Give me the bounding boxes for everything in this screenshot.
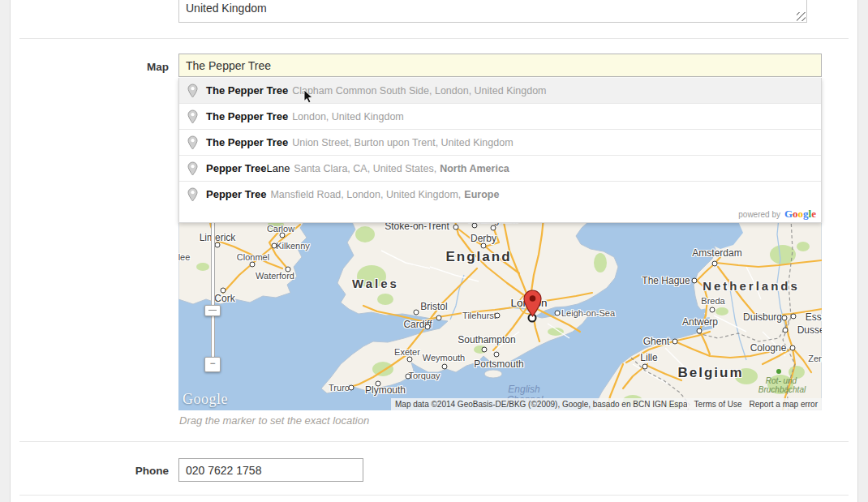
map-label: Bristol [420,301,447,312]
map-poi-dot [776,369,781,374]
map-label: Dussel [797,324,822,336]
autocomplete-item[interactable]: Pepper Tree Mansfield Road, London, Unit… [179,181,821,207]
map-attribution-text: Map data ©2014 GeoBasis-DE/BKG (©2009), … [395,400,687,409]
map-pin-icon [187,135,198,150]
suggestion-main: Pepper Tree [206,162,266,174]
map-label: Breda [701,296,724,306]
page: United Kingdom Map [0,0,868,502]
map-label: lee [178,252,190,262]
map-city-dot [407,357,413,363]
map-city-dot [672,339,678,345]
autocomplete-item[interactable]: Pepper Tree Lane Santa Clara, CA, United… [179,155,821,181]
map-helper-caption: Drag the marker to set the exact locatio… [179,414,369,427]
autocomplete-item[interactable]: The Pepper Tree Union Street, Burton upo… [179,129,821,155]
map-city-dot [710,307,715,313]
map-label: Belgium [677,365,743,381]
suggestion-region: Europe [464,189,499,200]
map-city-dot [491,225,496,231]
map-label: Clonmel [237,252,269,262]
autocomplete-item[interactable]: The Pepper Tree London, United Kingdom [179,103,821,129]
map-city-dot [494,352,500,358]
map-label: Antwerp [682,316,718,328]
map-label: Duisburg [743,311,782,323]
map-label: Waterford [256,271,294,281]
zoom-out-button[interactable]: − [204,357,221,372]
map-label: Esse [806,311,822,323]
map-city-dot [791,314,797,320]
map-label: Netherlands [703,279,800,293]
map-label: Exeter [394,347,420,357]
map-pin-icon [187,84,198,98]
map-label: Zentr [808,354,822,363]
google-map[interactable]: Stoke-on-TrentNottinghamDerbyEnglandWale… [178,218,822,410]
map-label: England [445,249,511,265]
section-divider [19,441,849,442]
autocomplete-item[interactable]: The Pepper Tree Clapham Common South Sid… [179,78,821,103]
map-city-dot [692,278,698,284]
map-zoom-control: − [204,218,221,374]
map-pin-icon [187,161,198,176]
powered-by-google: powered by Google [179,207,821,222]
map-label: English [508,384,539,395]
map-label: Lille [640,352,657,363]
suggestion-region: North America [440,163,509,174]
map-city-dot [482,347,488,353]
map-city-dot [280,233,286,238]
suggestion-secondary: London, United Kingdom [292,111,404,122]
location-marker[interactable] [523,290,542,317]
page-left-gutter [0,0,11,502]
phone-field-label: Phone [49,465,169,477]
terms-of-use-link[interactable]: Terms of Use [694,400,742,409]
map-label: Southampton [458,334,515,345]
map-label: The Hague [642,275,690,286]
map-label: Rot- und [766,376,797,385]
powered-by-text: powered by [738,210,780,219]
country-value: United Kingdom [186,2,267,15]
suggestion-secondary: Mansfield Road, London, United Kingdom, [270,189,461,200]
suggestion-main: The Pepper Tree [206,84,288,97]
suggestion-secondary: Santa Clara, CA, United States, [294,163,436,174]
google-maps-logo[interactable]: Google [183,391,228,408]
map-city-dot [697,328,703,334]
suggestion-main: The Pepper Tree [206,110,288,122]
suggestion-main: The Pepper Tree [206,136,288,148]
map-city-dot [425,324,431,330]
report-map-error-link[interactable]: Report a map error [750,400,818,409]
page-right-gutter [857,0,868,502]
map-label: Plymouth [365,384,406,396]
suggestion-main: Pepper Tree [206,188,266,200]
suggestion-secondary: Clapham Common South Side, London, Unite… [292,85,546,97]
map-city-dot [250,262,256,268]
map-city-dot [495,313,501,319]
suggestion-main-rest: Lane [266,162,290,174]
map-label: Leigh-on-Sea [561,308,615,318]
map-label: Truro [329,383,350,393]
google-logo-colored: Google [784,208,816,221]
map-city-dot [712,261,718,267]
map-pin-icon [187,187,198,202]
map-city-dot [349,385,355,391]
map-label: Weymouth [423,353,465,363]
map-city-dot [481,243,487,249]
map-city-dot [472,223,478,229]
map-pin-icon [187,109,198,124]
textarea-resize-grip[interactable] [797,12,806,21]
map-field-label: Map [49,61,169,73]
places-autocomplete-dropdown: The Pepper Tree Clapham Common South Sid… [178,78,822,223]
zoom-slider-track[interactable] [211,218,215,363]
country-textarea[interactable]: United Kingdom [178,0,807,23]
map-label: Ghent [643,336,670,347]
map-city-dot [221,288,226,294]
phone-input[interactable] [178,458,363,482]
map-label: Cologne [750,342,787,354]
map-city-dot [453,225,459,230]
map-label: Portsmouth [474,358,523,370]
map-city-dot [783,328,789,333]
map-search-input[interactable] [178,54,822,77]
map-city-dot [790,345,796,351]
map-label: Bruchbachtal [758,385,806,394]
section-divider [19,495,849,496]
zoom-slider-handle[interactable] [204,305,221,316]
map-city-dot [272,243,277,249]
map-label: Torquay [408,371,440,380]
